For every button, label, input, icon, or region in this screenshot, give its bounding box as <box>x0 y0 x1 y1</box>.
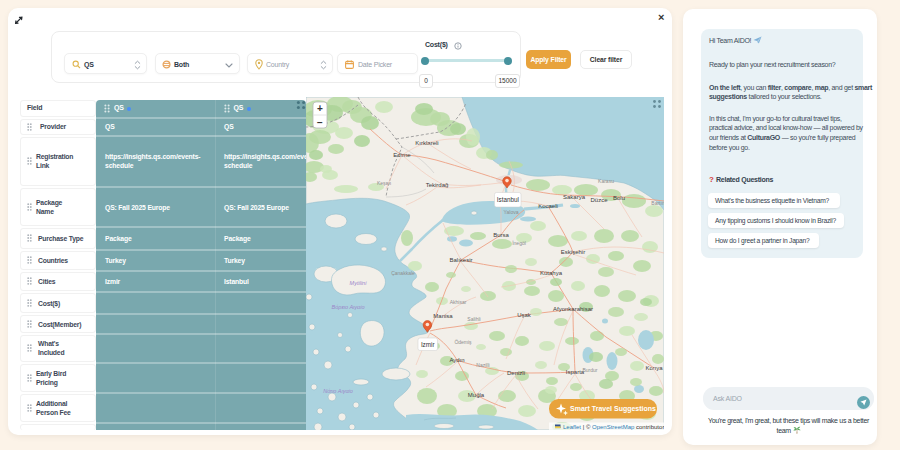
svg-text:İnegöl: İnegöl <box>512 240 526 246</box>
svg-text:Düzce: Düzce <box>590 197 608 203</box>
svg-text:Βόρειο Αιγαίο: Βόρειο Αιγαίο <box>332 304 365 310</box>
svg-text:Salihli: Salihli <box>467 316 480 322</box>
svg-text:Akhisar: Akhisar <box>450 299 467 305</box>
svg-text:Yalova: Yalova <box>504 209 519 215</box>
svg-text:Istanbul: Istanbul <box>497 196 519 203</box>
svg-text:Keşan: Keşan <box>377 180 391 186</box>
svg-text:Ödemiş: Ödemiş <box>454 339 472 345</box>
svg-text:Nazilli: Nazilli <box>476 362 489 368</box>
svg-text:Eskişehir: Eskişehir <box>561 249 585 255</box>
svg-text:Izmir: Izmir <box>421 341 435 348</box>
svg-text:Leaflet | © OpenStreetMap cont: Leaflet | © OpenStreetMap contributors <box>563 424 664 430</box>
svg-text:Kütahya: Kütahya <box>540 270 563 276</box>
svg-text:Bartın: Bartın <box>651 200 664 206</box>
svg-text:−: − <box>317 117 323 128</box>
svg-text:Afyonkarahisar: Afyonkarahisar <box>553 306 593 312</box>
svg-text:Uşak: Uşak <box>517 312 532 318</box>
svg-text:Bursa: Bursa <box>493 232 509 238</box>
svg-text:Aydın: Aydın <box>449 357 464 363</box>
svg-text:Edirne: Edirne <box>393 152 411 158</box>
svg-text:Νότιο Αιγαίο: Νότιο Αιγαίο <box>323 388 353 394</box>
svg-text:Smart Travel Suggestions: Smart Travel Suggestions <box>570 405 656 413</box>
svg-text:+: + <box>317 103 323 114</box>
svg-text:Burdur: Burdur <box>582 367 597 373</box>
svg-text:Konya: Konya <box>645 365 663 371</box>
svg-text:Çanakkale: Çanakkale <box>391 270 415 276</box>
svg-text:Karasu: Karasu <box>598 178 614 184</box>
svg-text:Manisa: Manisa <box>433 313 453 319</box>
svg-text:Mytilini: Mytilini <box>350 280 368 286</box>
